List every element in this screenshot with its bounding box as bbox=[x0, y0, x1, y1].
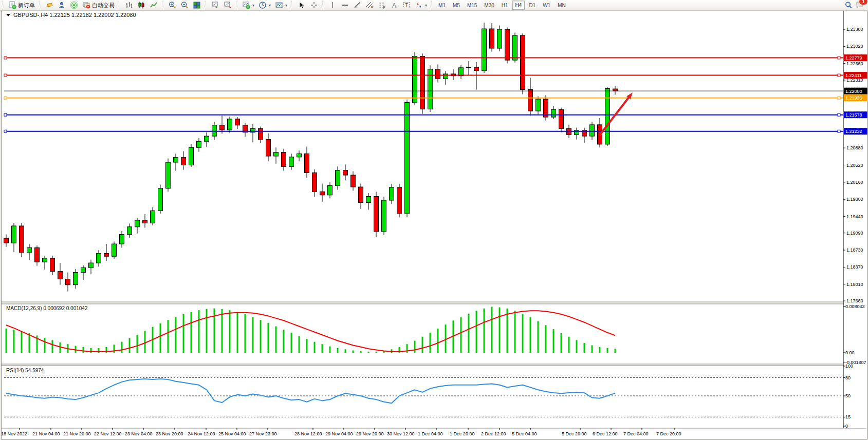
macd-histogram-bar bbox=[221, 309, 223, 353]
templates-button[interactable]: ▾ bbox=[273, 0, 289, 10]
tf-button-m5[interactable]: M5 bbox=[450, 1, 463, 10]
tile-windows-button[interactable] bbox=[191, 0, 203, 10]
vertical-line-tool-button[interactable] bbox=[326, 0, 339, 10]
chevron-down-icon[interactable]: ▾ bbox=[425, 3, 427, 8]
line-handle[interactable] bbox=[838, 74, 840, 76]
tf-button-d1[interactable]: D1 bbox=[526, 1, 539, 10]
line-handle[interactable] bbox=[4, 97, 7, 99]
chat-button[interactable]: 1 bbox=[856, 1, 864, 10]
periods-button[interactable]: ▾ bbox=[256, 0, 273, 10]
tf-button-m30[interactable]: M30 bbox=[481, 1, 497, 10]
signals-button[interactable] bbox=[68, 0, 80, 10]
macd-histogram-bar bbox=[376, 352, 377, 353]
candle-bull bbox=[151, 211, 155, 223]
new-order-button[interactable]: 新订单 bbox=[6, 0, 37, 10]
macd-histogram-bar bbox=[229, 310, 231, 353]
macd-histogram-bar bbox=[283, 330, 285, 353]
line-handle[interactable] bbox=[838, 97, 840, 99]
tf-button-h1[interactable]: H1 bbox=[498, 1, 511, 10]
zoom-in-button[interactable] bbox=[166, 0, 178, 10]
candle-bull bbox=[382, 200, 386, 232]
tf-button-m15[interactable]: M15 bbox=[464, 1, 480, 10]
candle-bull bbox=[551, 109, 556, 117]
candle-bull bbox=[590, 125, 595, 136]
rsi-tick-label: 0 bbox=[845, 424, 848, 429]
macd-histogram-bar bbox=[476, 311, 477, 353]
line-handle[interactable] bbox=[4, 130, 7, 132]
tf-button-m1[interactable]: M1 bbox=[435, 1, 449, 10]
line-handle[interactable] bbox=[838, 130, 840, 132]
fibonacci-icon: F bbox=[378, 1, 386, 9]
fibonacci-tool-button[interactable]: F bbox=[376, 0, 388, 10]
line-chart-button[interactable] bbox=[147, 0, 160, 10]
chevron-down-icon[interactable]: ▾ bbox=[252, 3, 254, 8]
account-button[interactable] bbox=[56, 0, 68, 10]
tf-button-w1[interactable]: W1 bbox=[540, 1, 553, 10]
cursor-tool-button[interactable] bbox=[296, 0, 308, 10]
channel-tool-button[interactable]: E bbox=[363, 0, 376, 10]
candle-bear bbox=[436, 69, 440, 79]
candle-bull bbox=[444, 74, 448, 79]
macd-tick-label: 0.00 bbox=[845, 350, 855, 355]
text-tool-glyph: A bbox=[392, 2, 396, 9]
bar-chart-button[interactable] bbox=[123, 0, 135, 10]
arrows-tool-button[interactable]: ▾ bbox=[413, 0, 429, 10]
candle-bear bbox=[181, 158, 186, 165]
horizontal-line-tool-button[interactable] bbox=[339, 0, 351, 10]
candle-bull bbox=[89, 263, 94, 267]
candle-bull bbox=[336, 170, 340, 186]
line-handle[interactable] bbox=[4, 56, 7, 59]
price-badge-label: 1.22411 bbox=[845, 73, 862, 78]
time-tick-label: 28 Nov 12:00 bbox=[294, 431, 322, 436]
candle-bull bbox=[97, 254, 101, 263]
rsi-label: RSI(14) 54.5974 bbox=[6, 368, 44, 373]
new-chart-button[interactable]: ▾ bbox=[240, 0, 256, 10]
time-tick-label: 7 Dec 20:00 bbox=[656, 431, 681, 436]
chevron-down-icon[interactable]: ▾ bbox=[285, 3, 287, 8]
candle-bear bbox=[282, 152, 286, 167]
macd-histogram-bar bbox=[168, 320, 169, 353]
search-icon[interactable] bbox=[844, 1, 853, 9]
toolbar-group-handle bbox=[119, 2, 121, 9]
time-tick-label: 29 Nov 20:00 bbox=[356, 431, 384, 436]
candle-bull bbox=[81, 267, 86, 272]
macd-histogram-bar bbox=[214, 309, 215, 353]
time-tick-label: 22 Nov 12:00 bbox=[94, 431, 122, 436]
tf-button-h4[interactable]: H4 bbox=[512, 1, 525, 10]
time-tick-label: 5 Dec 04:00 bbox=[512, 431, 537, 436]
macd-histogram-bar bbox=[245, 314, 246, 353]
macd-histogram-bar bbox=[137, 335, 138, 353]
candlestick-chart-button[interactable] bbox=[135, 0, 147, 10]
price-chart[interactable]: 1.233801.230201.226601.223101.208801.205… bbox=[0, 0, 868, 440]
chevron-down-icon[interactable]: ▾ bbox=[269, 3, 271, 8]
toolbar-group-handle bbox=[39, 2, 42, 9]
candle-bull bbox=[73, 273, 78, 285]
cascade-windows-button[interactable] bbox=[209, 0, 221, 10]
autotrading-button[interactable]: 自动交易 bbox=[80, 0, 117, 10]
line-chart-icon bbox=[150, 1, 158, 9]
pane-splitter[interactable] bbox=[2, 302, 866, 304]
line-handle[interactable] bbox=[4, 113, 7, 116]
macd-histogram-bar bbox=[260, 320, 262, 353]
text-tool-button[interactable]: A bbox=[388, 0, 400, 10]
line-handle[interactable] bbox=[838, 113, 840, 116]
crosshair-tool-button[interactable] bbox=[308, 0, 320, 10]
tf-button-mn[interactable]: MN bbox=[555, 1, 569, 10]
market-button[interactable] bbox=[43, 0, 56, 10]
line-handle[interactable] bbox=[838, 56, 840, 59]
time-tick-label: 30 Nov 12:00 bbox=[387, 431, 415, 436]
zoom-out-button[interactable] bbox=[178, 0, 191, 10]
candle-bull bbox=[127, 227, 132, 235]
arrange-windows-button[interactable] bbox=[221, 0, 234, 10]
candle-bull bbox=[212, 125, 217, 136]
label-tool-button[interactable]: T bbox=[400, 0, 413, 10]
candle-bear bbox=[312, 173, 317, 192]
macd-histogram-bar bbox=[160, 323, 161, 353]
macd-histogram-bar bbox=[530, 317, 531, 353]
macd-histogram-bar bbox=[237, 312, 238, 353]
macd-histogram-bar bbox=[329, 347, 331, 353]
trendline-tool-button[interactable] bbox=[351, 0, 363, 10]
person-icon bbox=[58, 1, 66, 9]
macd-histogram-bar bbox=[268, 323, 269, 353]
line-handle[interactable] bbox=[4, 74, 7, 76]
